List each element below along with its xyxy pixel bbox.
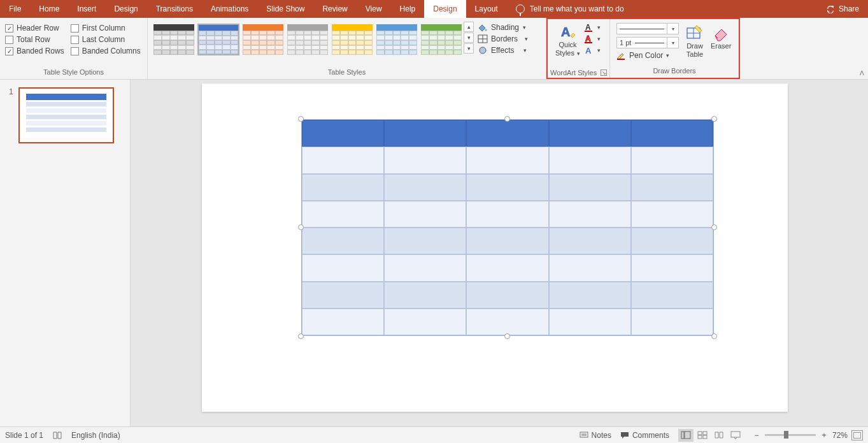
table-style-swatch[interactable] xyxy=(153,24,195,55)
shading-button[interactable]: Shading▾ xyxy=(478,23,528,32)
tab-view[interactable]: View xyxy=(357,0,391,18)
pen-color-icon xyxy=(616,51,627,60)
zoom-value[interactable]: 72% xyxy=(832,431,848,440)
chk-last-column[interactable]: Last Column xyxy=(71,35,141,44)
notes-button[interactable]: Notes xyxy=(580,431,611,440)
table-style-swatch[interactable] xyxy=(331,24,373,55)
chk-last-column-label: Last Column xyxy=(82,35,125,44)
text-effects-icon: A xyxy=(584,46,595,55)
table-style-swatch[interactable] xyxy=(420,24,462,55)
text-effects-button[interactable]: A▾ xyxy=(584,46,601,55)
borders-icon xyxy=(478,34,488,43)
fit-to-window[interactable] xyxy=(851,430,863,440)
gallery-down[interactable]: ▾ xyxy=(464,33,474,43)
zoom-in[interactable]: + xyxy=(820,431,829,440)
slide-canvas[interactable] xyxy=(131,80,868,426)
svg-rect-24 xyxy=(731,432,740,437)
group-table-styles: ▴ ▾ ▾ Shading▾ Borders▾ Effects▾ Tabl xyxy=(148,18,546,79)
tab-table-layout[interactable]: Layout xyxy=(466,0,507,18)
chk-total-row[interactable]: Total Row xyxy=(5,35,64,44)
group-wordart-styles: A Quick Styles ▾ A▾ A▾ A▾ WordArt Styles xyxy=(548,19,610,78)
text-outline-button[interactable]: A▾ xyxy=(584,34,601,43)
svg-text:A: A xyxy=(585,23,591,32)
tab-animations[interactable]: Animations xyxy=(202,0,257,18)
view-slideshow[interactable] xyxy=(728,429,743,442)
draw-table-button[interactable]: Draw Table xyxy=(685,23,704,58)
handle-e[interactable] xyxy=(711,224,717,230)
text-outline-icon: A xyxy=(584,34,595,43)
zoom-thumb[interactable] xyxy=(784,431,788,439)
spellcheck-button[interactable] xyxy=(52,431,62,440)
table-style-swatch[interactable] xyxy=(287,24,329,55)
view-normal[interactable] xyxy=(678,429,694,442)
tab-slideshow[interactable]: Slide Show xyxy=(257,0,313,18)
svg-rect-18 xyxy=(681,432,684,439)
chk-banded-columns[interactable]: Banded Columns xyxy=(71,47,141,55)
svg-rect-15 xyxy=(580,432,588,437)
gallery-more[interactable]: ▾ xyxy=(464,43,474,54)
handle-sw[interactable] xyxy=(298,333,304,339)
pen-weight-value: 1 pt xyxy=(620,39,631,47)
table-style-swatch[interactable] xyxy=(197,24,239,55)
shading-label: Shading xyxy=(491,23,519,32)
zoom-out[interactable]: − xyxy=(752,431,761,440)
svg-text:A: A xyxy=(585,46,592,55)
chk-header-row[interactable]: ✓Header Row xyxy=(5,24,64,33)
share-button[interactable]: Share xyxy=(817,0,868,18)
thumb-number: 1 xyxy=(9,87,13,143)
wordart-dialog-launcher[interactable] xyxy=(601,69,607,76)
ribbon: ✓Header Row First Column Total Row Last … xyxy=(0,18,868,80)
handle-w[interactable] xyxy=(298,224,304,230)
pen-color-button[interactable]: Pen Color▾ xyxy=(616,51,679,60)
chk-first-column[interactable]: First Column xyxy=(71,24,141,33)
borders-button[interactable]: Borders▾ xyxy=(478,34,528,43)
quick-styles-button[interactable]: A Quick Styles ▾ xyxy=(555,23,580,57)
text-fill-button[interactable]: A▾ xyxy=(584,23,601,32)
eraser-label: Eraser xyxy=(711,42,731,50)
table-style-swatch[interactable] xyxy=(376,24,418,55)
svg-rect-7 xyxy=(585,31,592,32)
tab-design[interactable]: Design xyxy=(105,0,146,18)
handle-se[interactable] xyxy=(711,333,717,339)
borders-label: Borders xyxy=(491,34,518,43)
share-label: Share xyxy=(839,4,859,13)
view-sorter[interactable] xyxy=(695,429,710,442)
table-style-swatch[interactable] xyxy=(242,24,284,55)
tab-home[interactable]: Home xyxy=(30,0,68,18)
tab-table-design[interactable]: Design xyxy=(424,0,466,18)
tab-transitions[interactable]: Transitions xyxy=(147,0,202,18)
pen-style-combo[interactable]: ▾ xyxy=(616,23,679,34)
view-reading[interactable] xyxy=(711,429,727,442)
group-label-style-options: Table Style Options xyxy=(0,68,147,79)
tell-me-search[interactable]: Tell me what you want to do xyxy=(507,0,817,18)
svg-rect-22 xyxy=(698,435,702,439)
pen-weight-combo[interactable]: 1 pt▾ xyxy=(616,37,679,48)
effects-button[interactable]: Effects▾ xyxy=(478,46,528,55)
zoom-slider[interactable] xyxy=(765,434,816,436)
handle-ne[interactable] xyxy=(711,116,717,122)
sorter-view-icon xyxy=(697,431,708,439)
language-indicator[interactable]: English (India) xyxy=(71,431,120,440)
tab-help[interactable]: Help xyxy=(391,0,425,18)
tab-review[interactable]: Review xyxy=(313,0,356,18)
reading-view-icon xyxy=(714,431,724,439)
tab-insert[interactable]: Insert xyxy=(68,0,105,18)
chk-banded-rows[interactable]: ✓Banded Rows xyxy=(5,47,64,55)
handle-s[interactable] xyxy=(504,333,510,339)
comments-button[interactable]: Comments xyxy=(620,431,669,440)
eraser-button[interactable]: Eraser xyxy=(711,23,731,50)
gallery-up[interactable]: ▴ xyxy=(464,22,474,32)
share-icon xyxy=(826,4,835,13)
slide-thumbnail-1[interactable] xyxy=(18,87,114,143)
table-object[interactable] xyxy=(301,119,714,336)
bulb-icon xyxy=(516,4,525,13)
pen-color-label: Pen Color xyxy=(629,51,663,60)
collapse-ribbon[interactable]: ᐱ xyxy=(860,69,864,76)
tab-file[interactable]: File xyxy=(0,0,30,18)
view-buttons xyxy=(678,429,743,442)
handle-n[interactable] xyxy=(504,116,510,122)
comment-icon xyxy=(620,432,629,439)
status-bar: Slide 1 of 1 English (India) Notes Comme… xyxy=(0,426,868,443)
handle-nw[interactable] xyxy=(298,116,304,122)
chk-banded-columns-label: Banded Columns xyxy=(82,47,141,55)
